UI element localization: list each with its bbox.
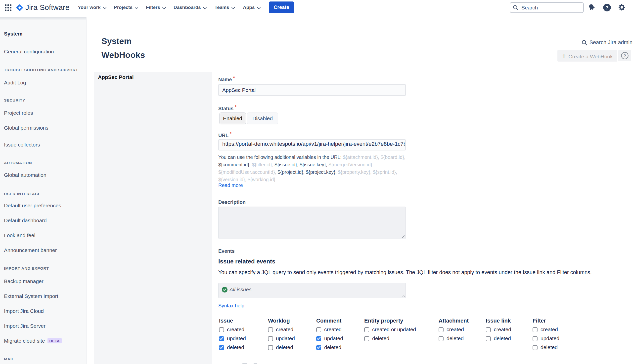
svg-text:?: ? [623,54,626,58]
svg-text:?: ? [605,5,609,10]
